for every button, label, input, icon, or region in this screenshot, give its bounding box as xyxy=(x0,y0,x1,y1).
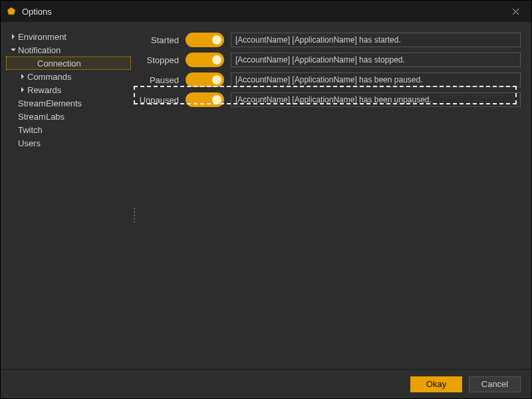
toggle-paused[interactable] xyxy=(186,72,224,87)
cancel-button[interactable]: Cancel xyxy=(469,376,521,392)
window-title: Options xyxy=(22,7,505,17)
ok-button[interactable]: Okay xyxy=(410,376,462,392)
toggle-knob xyxy=(212,35,221,45)
setting-label: Started xyxy=(139,35,179,45)
chevron-right-icon xyxy=(9,34,18,39)
tree-label: Environment xyxy=(18,32,66,42)
tree-label: Twitch xyxy=(18,125,43,135)
message-input-paused[interactable] xyxy=(231,72,521,87)
setting-row-unpaused: Unpaused xyxy=(139,90,521,110)
titlebar: Options xyxy=(1,1,531,22)
message-input-started[interactable] xyxy=(231,33,521,47)
cancel-label: Cancel xyxy=(481,379,508,389)
svg-marker-5 xyxy=(21,74,24,79)
footer: Okay Cancel xyxy=(1,369,531,398)
message-input-unpaused[interactable] xyxy=(231,92,521,107)
setting-label: Paused xyxy=(139,75,179,85)
toggle-started[interactable] xyxy=(186,33,224,47)
toggle-stopped[interactable] xyxy=(186,53,224,67)
content-pane: Started Stopped Paused Unpaused xyxy=(134,22,531,369)
toggle-knob xyxy=(212,55,221,65)
tree-label: StreamElements xyxy=(18,98,82,108)
chevron-down-icon xyxy=(9,47,18,53)
svg-marker-0 xyxy=(7,7,15,15)
tree-label: Users xyxy=(18,138,41,148)
sidebar: Environment Notification Connection Comm… xyxy=(1,22,134,369)
tree-label: Commands xyxy=(27,72,71,82)
tree-label: Rewards xyxy=(27,85,61,95)
body: Environment Notification Connection Comm… xyxy=(1,22,531,369)
setting-label: Stopped xyxy=(139,55,179,65)
ok-label: Okay xyxy=(426,379,446,389)
tree-item-twitch[interactable]: Twitch xyxy=(6,123,131,136)
options-window: Options Environment Notification Connect… xyxy=(0,0,532,399)
tree-item-rewards[interactable]: Rewards xyxy=(6,83,131,96)
tree-item-commands[interactable]: Commands xyxy=(6,70,131,83)
tree-item-streamlabs[interactable]: StreamLabs xyxy=(6,110,131,123)
setting-row-paused: Paused xyxy=(139,70,521,90)
tree-label: StreamLabs xyxy=(18,112,65,122)
toggle-knob xyxy=(212,95,221,104)
chevron-right-icon xyxy=(18,87,27,92)
setting-label: Unpaused xyxy=(139,95,179,105)
tree-item-environment[interactable]: Environment xyxy=(6,30,131,43)
tree-item-connection[interactable]: Connection xyxy=(6,57,131,70)
toggle-knob xyxy=(212,75,221,84)
svg-marker-3 xyxy=(12,34,15,39)
close-button[interactable] xyxy=(505,1,526,22)
setting-row-stopped: Stopped xyxy=(139,50,521,70)
tree-item-notification[interactable]: Notification xyxy=(6,43,131,57)
tree-label: Notification xyxy=(18,45,61,55)
svg-marker-4 xyxy=(11,49,16,51)
tree-item-users[interactable]: Users xyxy=(6,136,131,150)
toggle-unpaused[interactable] xyxy=(186,92,224,107)
svg-marker-6 xyxy=(21,87,24,92)
message-input-stopped[interactable] xyxy=(231,53,521,67)
setting-row-started: Started xyxy=(139,30,521,50)
tree-label: Connection xyxy=(37,59,81,68)
tree-item-streamelements[interactable]: StreamElements xyxy=(6,96,131,110)
app-icon xyxy=(6,6,17,17)
chevron-right-icon xyxy=(18,74,27,79)
